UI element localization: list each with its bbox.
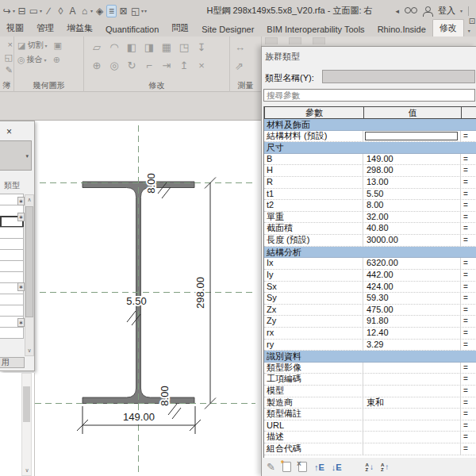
formula-button[interactable]: = [461,328,476,339]
ribbon-display-toggle[interactable]: ⊡ ▾ [464,14,476,36]
formula-button[interactable]: = [461,420,476,432]
associate-parameter-button[interactable]: ∗ [17,282,25,291]
join-geometry-button[interactable]: ◎ 接合 ▾ ⊕ [14,51,83,65]
tag-icon[interactable]: ◊ [56,6,66,17]
browser-scrollbar[interactable]: ∨ [21,373,32,476]
text-icon[interactable]: A [67,6,78,17]
param-value[interactable]: 149.00 [363,154,461,165]
formula-button[interactable]: = [461,432,476,443]
search-parameters-input[interactable]: 搜尋參數 [263,89,475,102]
formula-button[interactable]: = [461,293,476,304]
collapse-infocenter-icon[interactable]: ◂ [395,7,399,15]
param-value[interactable] [363,386,461,397]
formula-button[interactable]: = [461,374,476,385]
close-hidden-windows-icon[interactable]: ⊠ [118,6,129,17]
param-value[interactable]: 298.00 [363,165,461,176]
param-value[interactable] [363,443,461,455]
dim-height[interactable]: 298.00 [194,277,206,309]
aligned-dimension-icon[interactable]: ∕ [44,6,54,17]
copy-icon[interactable]: ◎ [108,59,121,73]
unpin-icon[interactable]: ↥ [178,59,190,73]
apply-button-partial[interactable]: 用 [0,357,25,368]
param-value[interactable]: 5.50 [363,189,461,200]
formula-button[interactable]: = [461,282,476,293]
mirror-draw-axis-icon[interactable]: ◨ [143,40,155,55]
dim-top-flange[interactable]: 8.00 [145,173,157,193]
tab-site-designer[interactable]: Site Designer [195,22,260,36]
sign-in-label[interactable]: 登入 [438,5,455,17]
chevron-down-icon[interactable]: ▾ [40,8,42,13]
move-parameter-down-icon[interactable]: ↓E [332,463,342,472]
param-value[interactable]: 東和 [363,397,461,409]
param-value[interactable]: 13.00 [363,177,461,188]
tab-bim-interoperability-tools[interactable]: BIM Interoperability Tools [260,22,370,36]
tab-view[interactable]: 視圖 [0,20,30,36]
close-icon[interactable]: × [6,127,12,136]
formula-button[interactable]: = [461,443,476,455]
scroll-down-icon[interactable]: ∨ [25,347,33,354]
formula-button[interactable]: = [461,386,476,397]
formula-button[interactable]: = [461,316,476,327]
param-value[interactable] [363,374,461,385]
formula-button[interactable]: = [461,340,476,351]
param-value[interactable] [363,432,461,443]
cut-icon[interactable]: × [8,40,13,49]
param-value[interactable]: 40.80 [363,223,461,234]
formula-button[interactable]: = [461,409,476,420]
move-parameter-up-icon[interactable]: ↑E [314,463,324,472]
property-value-cell[interactable] [0,249,24,261]
rotate-icon[interactable]: ↻ [125,59,138,73]
drawing-canvas[interactable]: 8.00 298.00 5.50 8.00 149.00 × ▾ 類型 [0,121,262,476]
delete-type-icon[interactable]: × [298,462,307,472]
param-value[interactable]: 475.00 [363,305,461,316]
param-value[interactable]: 6320.00 [363,258,461,269]
property-value-cell[interactable] [0,238,24,250]
formula-button[interactable]: = [461,154,476,165]
param-value[interactable]: 442.00 [363,270,461,281]
split-icon[interactable]: ⇥ [160,59,173,73]
type-name-combo[interactable] [322,70,475,83]
cut-geometry-button[interactable]: ◪ 切割 ▾ ▣ [14,36,83,51]
property-value-cell[interactable] [0,260,24,272]
associate-parameter-button[interactable]: ∗ [17,197,25,205]
array-icon[interactable]: ▦ [160,40,173,55]
formula-button[interactable]: = [461,212,476,223]
param-value[interactable] [363,131,461,142]
customize-qat-icon[interactable]: ▾ [144,8,147,13]
param-value[interactable]: 59.30 [363,293,461,304]
tab-rhino-inside[interactable]: Rhino.Inside [371,22,432,36]
switch-windows-icon[interactable]: ◱ [130,6,140,17]
type-selector-dropdown[interactable]: ▾ [0,140,32,171]
scrollbar-thumb[interactable] [25,206,33,317]
formula-button[interactable]: = [461,305,476,316]
param-value[interactable]: 12.40 [363,328,461,339]
match-properties-icon[interactable]: ✎ [6,65,13,75]
formula-button[interactable]: = [461,131,476,142]
param-value[interactable]: 424.00 [363,282,461,293]
formula-button[interactable]: = [461,177,476,188]
formula-button[interactable]: = [461,258,476,269]
search-binoculars-icon[interactable] [405,7,417,15]
measure-ruler-icon[interactable]: ↔ [235,40,261,55]
pin-icon[interactable]: ↧ [195,40,208,55]
sort-descending-icon[interactable]: AZ↑ [381,463,389,472]
property-value-cell[interactable] [0,294,24,305]
delete-icon[interactable]: × [195,59,208,73]
dim-width[interactable]: 149.00 [123,411,155,423]
new-type-icon[interactable]: * [282,462,291,472]
tab-quantification[interactable]: Quantification [99,22,165,36]
link-icon[interactable]: ⊕ [53,55,60,65]
chevron-down-icon[interactable]: ▾ [141,8,144,13]
palette-scrollbar[interactable]: ∧ ∨ [25,194,34,356]
edit-type-button-partial[interactable]: 類型 [4,180,20,191]
param-value[interactable] [363,420,461,432]
chevron-down-icon[interactable]: ▾ [460,8,463,13]
value-editbox[interactable] [365,132,458,140]
mirror-pick-axis-icon[interactable]: ◧ [125,40,138,55]
associate-parameter-button[interactable]: ∗ [17,318,25,327]
param-value[interactable]: 3.29 [363,340,461,351]
formula-button[interactable]: = [461,270,476,281]
measure-between-refs-icon[interactable]: ⇗ [235,60,261,74]
trim-icon[interactable]: ⌐ [143,59,155,73]
formula-button[interactable]: = [461,397,476,409]
